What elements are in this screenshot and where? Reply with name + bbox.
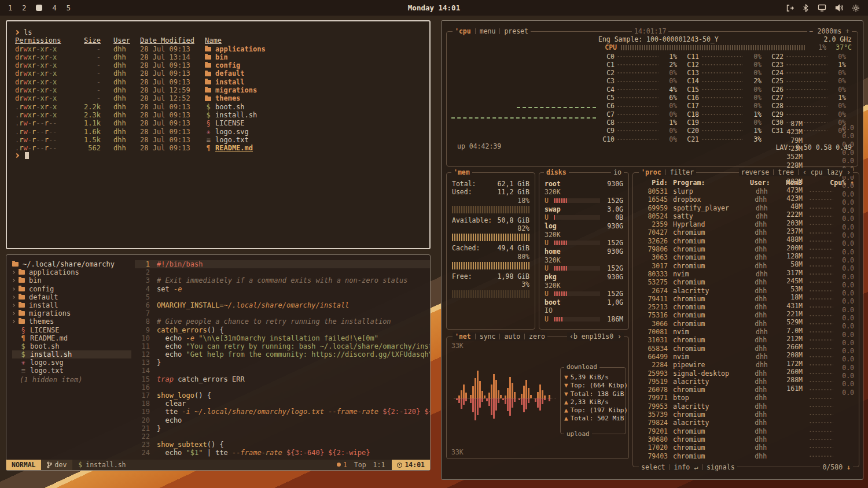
- process-row[interactable]: 53275chromiumdhh222M0.0: [638, 278, 854, 286]
- io-tab[interactable]: io: [613, 168, 621, 176]
- process-row[interactable]: 80531slurpdhh87M0.0: [638, 187, 854, 195]
- net-interface-selector[interactable]: ‹b enp191s0 ›: [569, 332, 621, 341]
- process-row[interactable]: 2359Hyprlanddhh352M0.0: [638, 220, 854, 228]
- tree-item[interactable]: config: [12, 285, 135, 293]
- tab-menu[interactable]: menu: [480, 27, 496, 35]
- tree-item[interactable]: ✳logo.svg: [12, 358, 135, 367]
- tab-auto[interactable]: auto: [504, 332, 520, 341]
- tab-filter[interactable]: filter: [670, 168, 694, 176]
- tab-cpu[interactable]: 'cpu: [455, 27, 471, 35]
- core-meter: C60%: [598, 102, 677, 110]
- tree-item[interactable]: §LICENSE: [12, 326, 135, 334]
- tree-item[interactable]: applications: [12, 268, 135, 276]
- topbar-clock: Monday 14:01: [408, 3, 460, 12]
- process-row[interactable]: 30680chromiumdhh260M0.0: [638, 435, 854, 443]
- disks-title[interactable]: disks: [546, 168, 567, 176]
- tab-cpu-lazy[interactable]: ‹ cpu lazy ›: [803, 168, 851, 176]
- terminal-window[interactable]: ls PermissionsSizeUserDate ModifiedName …: [6, 20, 431, 249]
- process-row[interactable]: 70427chromiumdhh228M0.0: [638, 228, 854, 236]
- mem-graph: [452, 262, 529, 269]
- tab-zero[interactable]: zero: [529, 332, 545, 341]
- process-row[interactable]: 79201chromiumdhh172M0.0: [638, 427, 854, 435]
- code-editor[interactable]: 1#!/bin/bash23# Exit immediately if a co…: [135, 255, 430, 460]
- tree-item[interactable]: migrations: [12, 309, 135, 317]
- workspace-4[interactable]: 4: [52, 4, 56, 12]
- proc-footer-actions: selectinfo ↵signals: [639, 463, 737, 471]
- tree-item[interactable]: install: [12, 301, 135, 309]
- tab-preset[interactable]: preset: [504, 27, 528, 35]
- terminal-prompt[interactable]: [15, 152, 421, 159]
- tab-net[interactable]: 'net: [455, 332, 471, 341]
- process-row[interactable]: 69959spotify_playerdhh79M0.0: [638, 204, 854, 212]
- clock-icon: [397, 463, 402, 468]
- process-row[interactable]: 75316chromiumdhh200M0.0: [638, 311, 854, 319]
- process-row[interactable]: 79519alacrittydhh221M0.0: [638, 378, 854, 386]
- core-meter: C142%: [683, 77, 762, 85]
- file-size: 1.5k: [75, 136, 101, 144]
- tab-proc[interactable]: 'proc: [641, 168, 661, 176]
- workspace-1[interactable]: 1: [8, 4, 12, 12]
- proc-action-info[interactable]: info ↵: [674, 463, 698, 471]
- interval-increase-button[interactable]: +: [845, 27, 849, 35]
- system-monitor-window[interactable]: 'cpumenupreset 14:01:17 − 2000ms + up 04…: [441, 20, 863, 480]
- process-row[interactable]: 25993signal-desktopdhh431M0.0: [638, 369, 854, 378]
- process-row[interactable]: 79953alacrittydhh212M0.0: [638, 402, 854, 411]
- settings-icon[interactable]: [852, 4, 860, 12]
- core-meter: C220%: [767, 53, 846, 61]
- process-row[interactable]: 3063chromiumdhh473M0.0: [638, 253, 854, 261]
- tree-root[interactable]: ~/.local/share/omarchy: [12, 260, 135, 268]
- process-row[interactable]: 79411chromiumdhh237M0.0: [638, 295, 854, 303]
- scroll-down-icon[interactable]: ↓: [847, 463, 851, 471]
- tree-item[interactable]: default: [12, 293, 135, 301]
- process-row[interactable]: 25213chromiumdhh488M0.0: [638, 303, 854, 311]
- tab-tree[interactable]: tree: [778, 168, 794, 176]
- process-row[interactable]: 80333nvimdhh48M0.0: [638, 270, 854, 278]
- tree-item[interactable]: $install.sh: [12, 350, 131, 358]
- tree-item[interactable]: bin: [12, 276, 135, 284]
- process-row[interactable]: 35739chromiumdhh266M0.0: [638, 411, 854, 419]
- tab-sync[interactable]: sync: [480, 332, 496, 341]
- file-user: dhh: [113, 144, 137, 152]
- interval-decrease-button[interactable]: −: [810, 27, 814, 35]
- process-row[interactable]: 79806chromiumdhh202M0.0: [638, 245, 854, 253]
- process-row[interactable]: 79971btopdhh7.0M0.0: [638, 394, 854, 402]
- bluetooth-icon[interactable]: [803, 4, 809, 12]
- process-row[interactable]: 31031chromiumdhh317M0.0: [638, 336, 854, 344]
- process-row[interactable]: 79403chromiumdhh161M0.0: [638, 452, 854, 460]
- process-row[interactable]: 26078chromiumdhh529M0.0: [638, 386, 854, 394]
- file-name: ¶README.md: [205, 144, 421, 152]
- logout-icon[interactable]: [786, 4, 794, 12]
- core-meter: C170%: [683, 102, 762, 110]
- volume-icon[interactable]: [835, 4, 843, 12]
- workspace-5[interactable]: 5: [67, 4, 71, 12]
- tree-item[interactable]: themes: [12, 317, 135, 326]
- screenshare-icon[interactable]: [818, 4, 826, 12]
- process-row[interactable]: 32626chromiumdhh440M0.0: [638, 237, 854, 245]
- tab-reverse[interactable]: reverse: [741, 168, 769, 176]
- process-row[interactable]: 3017chromiumdhh423M0.0: [638, 262, 854, 270]
- process-row[interactable]: 66499nvimdhh53M0.0: [638, 353, 854, 361]
- listing-header: PermissionsSizeUserDate ModifiedName: [15, 36, 421, 45]
- tree-item[interactable]: ≡logo.txt: [12, 367, 135, 375]
- tree-item[interactable]: ¶README.md: [12, 334, 135, 342]
- file-size: 1.1k: [75, 119, 101, 127]
- proc-action-signals[interactable]: signals: [707, 463, 734, 471]
- process-row[interactable]: 16545dropboxdhh423M0.0: [638, 195, 854, 204]
- file-permissions: drwxr-xr-x: [15, 94, 75, 102]
- process-row[interactable]: 2284pipewiredhh18M0.0: [638, 361, 854, 369]
- process-row[interactable]: 70081nvimdhh58M0.0: [638, 328, 854, 336]
- core-meter: C20%: [598, 69, 677, 77]
- process-row[interactable]: 65834chromiumdhh245M0.0: [638, 345, 854, 353]
- process-row[interactable]: 79824alacrittydhh208M0.0: [638, 419, 854, 427]
- process-row[interactable]: 80524sattydhh23M0.0: [638, 212, 854, 220]
- workspace-active[interactable]: [36, 5, 42, 11]
- tree-item[interactable]: $boot.sh: [12, 342, 135, 350]
- process-row[interactable]: 17020chromiumdhh288M0.0: [638, 443, 854, 452]
- workspace-2[interactable]: 2: [22, 4, 26, 12]
- editor-window[interactable]: ~/.local/share/omarchyapplicationsbincon…: [6, 254, 431, 471]
- mem-title[interactable]: 'mem: [454, 168, 470, 176]
- process-row[interactable]: 2674alacrittydhh203M0.0: [638, 287, 854, 295]
- process-row[interactable]: 3066chromiumdhh128M0.0: [638, 320, 854, 328]
- proc-action-select[interactable]: select: [641, 463, 665, 471]
- code-line: 15trap catch_errors ERR: [135, 375, 430, 383]
